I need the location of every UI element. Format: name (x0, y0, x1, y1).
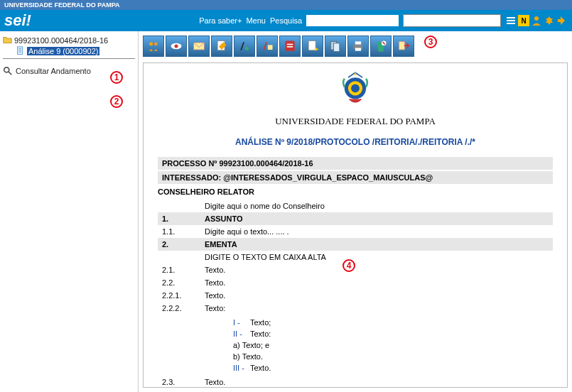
svg-rect-2 (507, 23, 515, 24)
row-label: EMENTA (200, 238, 553, 251)
svg-point-8 (4, 67, 9, 72)
row-num: 2.3. (158, 376, 200, 388)
sublist: I -Texto; II -Texto: a) Texto; e b) Text… (205, 317, 549, 374)
annotation-3: 3 (424, 36, 437, 48)
unit-select[interactable]: ./REITORIA/PROTOCOLO ▼ (403, 14, 501, 27)
subopt-a: a) Texto; e (233, 339, 549, 351)
content-area: 3 UNIVERSIDADE FEDERAL DO PAMPA ANÁLISE … (139, 31, 572, 392)
n-badge-icon[interactable]: N (518, 15, 529, 26)
config-icon[interactable] (544, 15, 555, 26)
pesquisa-label: Pesquisa (270, 16, 302, 25)
annotation-2: 2 (110, 95, 123, 108)
send-email-button[interactable] (188, 36, 210, 57)
row-label: DIGITE O TEXTO EM CAIXA ALTA (200, 251, 553, 263)
svg-rect-19 (287, 46, 293, 48)
svg-point-13 (175, 45, 178, 48)
processo-row: PROCESSO Nº 99923100.000464/2018-16 (158, 157, 553, 170)
row-num: 2. (158, 238, 200, 251)
row-num: 2.2. (158, 276, 200, 289)
top-bar: sei! Para saber+ Menu Pesquisa ./REITORI… (0, 10, 572, 31)
update-process-button[interactable] (143, 36, 164, 57)
svg-marker-21 (315, 48, 318, 51)
copy-button[interactable] (325, 36, 346, 57)
row-label: Texto. (200, 289, 553, 302)
annotation-1: 1 (110, 71, 123, 84)
svg-rect-20 (308, 41, 315, 50)
svg-rect-25 (355, 41, 361, 44)
svg-point-3 (534, 16, 539, 21)
svg-rect-23 (334, 43, 340, 52)
sei-logo: sei! (4, 11, 31, 30)
row-num: 2.2.1. (158, 289, 200, 302)
sublist-text: Texto: (250, 330, 271, 338)
svg-rect-17 (268, 45, 273, 50)
document-body-table: Digite aqui o nome do Conselheiro 1.ASSU… (158, 200, 553, 388)
print-button[interactable] (347, 36, 369, 57)
document-icon (16, 46, 25, 55)
svg-rect-26 (355, 48, 361, 51)
annotation-4: 4 (342, 259, 355, 272)
folder-icon (3, 36, 12, 45)
sign-button[interactable] (234, 36, 255, 57)
svg-rect-30 (399, 41, 404, 50)
top-menu: Para saber+ Menu Pesquisa ./REITORIA/PRO… (199, 14, 568, 27)
process-number-label: 99923100.000464/2018-16 (14, 36, 108, 45)
svg-point-16 (245, 47, 249, 50)
svg-point-33 (351, 84, 360, 92)
roman-i: I - (233, 318, 250, 327)
roman-iii: III - (233, 364, 250, 372)
sublist-text: Texto. (250, 364, 271, 372)
menu-icon[interactable] (505, 15, 517, 26)
row-num (158, 251, 200, 263)
row-label: Digite aqui o texto... .... . (200, 225, 553, 238)
row-label: Texto. 4 (200, 263, 553, 276)
row-num: 1.1. (158, 225, 200, 238)
conselheiro-heading: CONSELHEIRO RELATOR (158, 185, 553, 198)
document-toolbar: 3 (139, 31, 572, 61)
svg-rect-0 (507, 17, 515, 18)
document-title: ANÁLISE Nº 9/2018/PROTOCOLO /REITORIA/./… (158, 137, 553, 147)
move-button[interactable] (393, 36, 414, 57)
svg-point-10 (149, 42, 153, 45)
window-titlebar: UNIVERSIDADE FEDERAL DO PAMPA (0, 0, 572, 10)
search-input[interactable] (306, 15, 399, 26)
row-label: Texto: (200, 302, 553, 315)
consult-label: Consultar Andamento (16, 67, 91, 75)
view-button[interactable] (166, 36, 187, 57)
document-node[interactable]: Análise 9 (0000902) (3, 46, 135, 55)
interessado-row: INTERESSADO: @INTERESSADOS_VIRGULA_ESPAC… (158, 171, 553, 184)
row-label: ASSUNTO (200, 212, 553, 225)
sidebar-divider (3, 58, 135, 59)
subopt-b: b) Texto. (233, 351, 549, 362)
svg-rect-1 (507, 20, 515, 21)
svg-point-11 (154, 42, 158, 45)
sublist-text: Texto; (250, 318, 271, 327)
svg-rect-18 (287, 44, 293, 45)
row-num: 1. (158, 212, 200, 225)
user-icon[interactable] (531, 15, 542, 26)
magnifier-icon (3, 66, 13, 76)
edit-button[interactable] (211, 36, 232, 57)
svg-line-9 (9, 72, 11, 75)
document-label: Análise 9 (0000902) (27, 47, 99, 55)
document-viewer[interactable]: UNIVERSIDADE FEDERAL DO PAMPA ANÁLISE Nº… (143, 62, 568, 388)
sidebar: 99923100.000464/2018-16 Análise 9 (00009… (0, 31, 139, 392)
coat-of-arms-icon (158, 70, 553, 110)
row-label: Texto. (200, 276, 553, 289)
university-name: UNIVERSIDADE FEDERAL DO PAMPA (158, 116, 553, 127)
block-button[interactable] (279, 36, 301, 57)
para-saber-link[interactable]: Para saber+ (199, 16, 242, 25)
process-node[interactable]: 99923100.000464/2018-16 (3, 36, 135, 45)
row-num: 2.2.2. (158, 302, 200, 315)
conselheiro-placeholder: Digite aqui o nome do Conselheiro (200, 200, 553, 212)
logout-icon[interactable] (556, 15, 568, 26)
row-label: Texto. (200, 376, 553, 388)
roman-ii: II - (233, 330, 250, 338)
add-doc-button[interactable] (302, 36, 323, 57)
menu-link[interactable]: Menu (246, 16, 266, 25)
row-num: 2.1. (158, 263, 200, 276)
cancel-button[interactable] (370, 36, 392, 57)
manage-cred-button[interactable] (257, 36, 278, 57)
